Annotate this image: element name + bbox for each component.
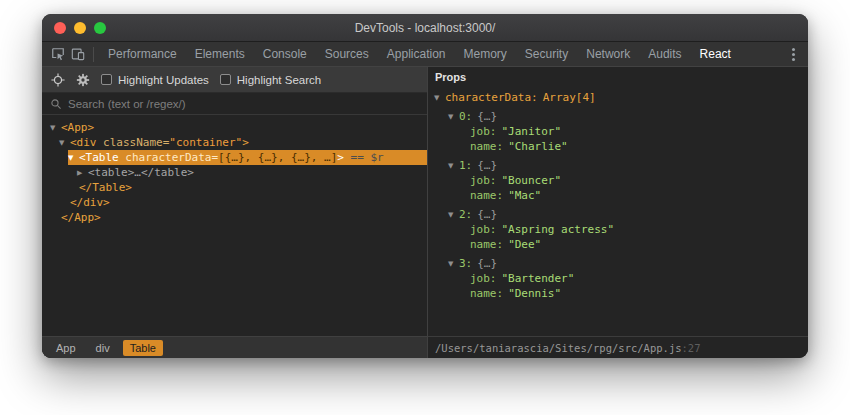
- select-component-icon[interactable]: [51, 73, 65, 87]
- tab-network[interactable]: Network: [577, 42, 639, 66]
- prop-node-index-3[interactable]: ▼ 3: {…}: [448, 256, 804, 271]
- more-menu-icon[interactable]: [784, 48, 802, 61]
- prop-entry-name[interactable]: name: "Mac": [470, 188, 804, 203]
- checkbox-box[interactable]: [101, 74, 112, 85]
- search-placeholder: Search (text or /regex/): [68, 98, 186, 110]
- tree-node-div-container[interactable]: ▼ <div className= "container" >: [59, 135, 427, 150]
- props-panel: Props ▼ characterData: Array[4] ▼ 0: {…}…: [428, 67, 808, 358]
- prop-entry-job[interactable]: job: "Bouncer": [470, 173, 804, 188]
- highlight-search-checkbox[interactable]: Highlight Search: [220, 74, 321, 86]
- prop-entry-name[interactable]: name: "Charlie": [470, 139, 804, 154]
- breadcrumb-app[interactable]: App: [49, 340, 83, 356]
- component-tree-panel: Highlight Updates Highlight Search Searc…: [42, 67, 428, 358]
- tree-node-div-close[interactable]: </div>: [59, 195, 427, 210]
- prop-entry-name[interactable]: name: "Dennis": [470, 286, 804, 301]
- tab-sources[interactable]: Sources: [316, 42, 378, 66]
- props-tree: ▼ characterData: Array[4] ▼ 0: {…} job: …: [428, 87, 808, 336]
- highlight-updates-checkbox[interactable]: Highlight Updates: [101, 74, 209, 86]
- react-toolbar: Highlight Updates Highlight Search: [42, 67, 427, 93]
- prop-entry-job[interactable]: job: "Aspring actress": [470, 222, 804, 237]
- highlight-search-label: Highlight Search: [237, 74, 321, 86]
- tab-application[interactable]: Application: [378, 42, 455, 66]
- highlight-updates-label: Highlight Updates: [118, 74, 209, 86]
- tab-react[interactable]: React: [691, 42, 740, 66]
- devtools-tabbar: Performance Elements Console Sources App…: [42, 42, 808, 67]
- titlebar: DevTools - localhost:3000/: [42, 14, 808, 42]
- prop-node-index-1[interactable]: ▼ 1: {…}: [448, 158, 804, 173]
- inspect-element-icon[interactable]: [48, 44, 68, 64]
- zoom-button[interactable]: [94, 22, 106, 34]
- search-input[interactable]: Search (text or /regex/): [42, 93, 427, 115]
- source-location[interactable]: /Users/taniarascia/Sites/rpg/src/App.js:…: [428, 336, 808, 358]
- tree-node-html-table[interactable]: ▶ <table> … </table>: [77, 165, 427, 180]
- expander-icon[interactable]: ▼: [448, 211, 459, 219]
- prop-entry-name[interactable]: name: "Dee": [470, 237, 804, 252]
- expander-icon[interactable]: ▼: [59, 139, 70, 147]
- checkbox-box[interactable]: [220, 74, 231, 85]
- devtools-main: Highlight Updates Highlight Search Searc…: [42, 67, 808, 358]
- tab-audits[interactable]: Audits: [639, 42, 690, 66]
- expander-icon[interactable]: ▼: [448, 113, 459, 121]
- expander-icon[interactable]: ▼: [434, 94, 445, 102]
- tab-elements[interactable]: Elements: [186, 42, 254, 66]
- tree-node-app-close[interactable]: </App>: [50, 210, 427, 225]
- tree-node-table-close[interactable]: </Table>: [68, 180, 427, 195]
- breadcrumb-div[interactable]: div: [89, 340, 117, 356]
- settings-gear-icon[interactable]: [76, 73, 90, 87]
- expander-icon[interactable]: ▶: [77, 169, 88, 177]
- prop-node-index-0[interactable]: ▼ 0: {…}: [448, 109, 804, 124]
- window-title: DevTools - localhost:3000/: [42, 21, 808, 35]
- component-tree: ▼ <App> ▼ <div className= "container" > …: [42, 115, 427, 336]
- prop-node-characterdata[interactable]: ▼ characterData: Array[4]: [434, 90, 804, 105]
- tree-node-table-selected[interactable]: ▼ <Table characterData= [{…}, {…}, {…}, …: [68, 150, 427, 165]
- tab-memory[interactable]: Memory: [455, 42, 516, 66]
- prop-entry-job[interactable]: job: "Janitor": [470, 124, 804, 139]
- breadcrumb: App div Table: [42, 336, 427, 358]
- tab-console[interactable]: Console: [254, 42, 316, 66]
- expander-icon[interactable]: ▼: [448, 162, 459, 170]
- prop-entry-job[interactable]: job: "Bartender": [470, 271, 804, 286]
- search-icon: [50, 98, 62, 110]
- props-panel-title: Props: [428, 67, 808, 87]
- tab-security[interactable]: Security: [516, 42, 577, 66]
- tab-performance[interactable]: Performance: [99, 42, 186, 66]
- expander-icon[interactable]: ▼: [50, 124, 61, 132]
- traffic-lights: [42, 22, 106, 34]
- prop-node-index-2[interactable]: ▼ 2: {…}: [448, 207, 804, 222]
- minimize-button[interactable]: [74, 22, 86, 34]
- device-toolbar-icon[interactable]: [68, 44, 88, 64]
- devtools-window: DevTools - localhost:3000/ Performance E…: [42, 14, 808, 358]
- expander-icon[interactable]: ▼: [448, 260, 459, 268]
- source-line-number: :27: [682, 342, 701, 354]
- close-button[interactable]: [54, 22, 66, 34]
- separator: [93, 47, 94, 62]
- source-file-path[interactable]: /Users/taniarascia/Sites/rpg/src/App.js: [435, 342, 682, 354]
- breadcrumb-table[interactable]: Table: [123, 340, 163, 356]
- tree-node-app[interactable]: ▼ <App>: [50, 120, 427, 135]
- expander-icon[interactable]: ▼: [68, 154, 79, 162]
